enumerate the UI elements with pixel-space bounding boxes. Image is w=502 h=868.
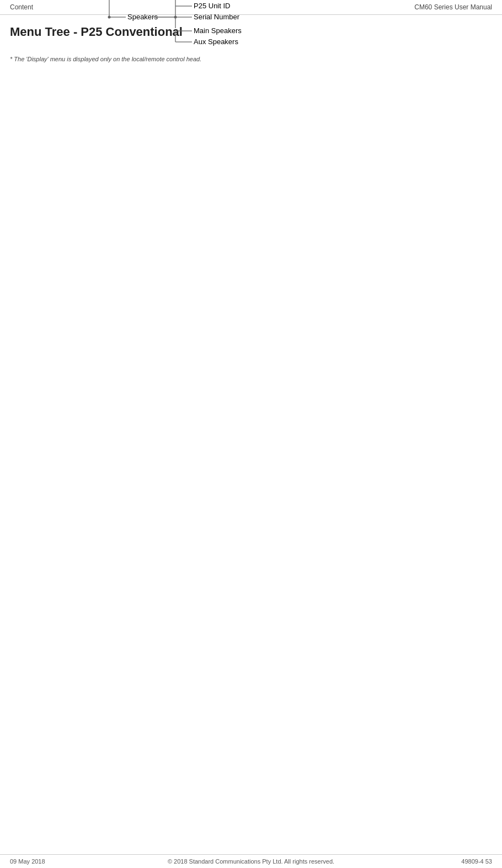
full-tree-diagram: Channels Zones Recent Call Recent Messag… [28, 0, 458, 50]
footnote: * The 'Display' menu is displayed only o… [10, 56, 492, 62]
svg-point-129 [174, 16, 177, 19]
svg-text:P25 Unit ID: P25 Unit ID [194, 2, 230, 10]
footer-center: © 2018 Standard Communications Pty Ltd. … [168, 858, 334, 865]
svg-text:Serial Number: Serial Number [194, 13, 240, 21]
svg-text:Aux Speakers: Aux Speakers [194, 38, 238, 46]
svg-text:Main Speakers: Main Speakers [194, 26, 242, 35]
footer-right: 49809-4 53 [461, 858, 492, 865]
footer-left: 09 May 2018 [10, 858, 45, 865]
